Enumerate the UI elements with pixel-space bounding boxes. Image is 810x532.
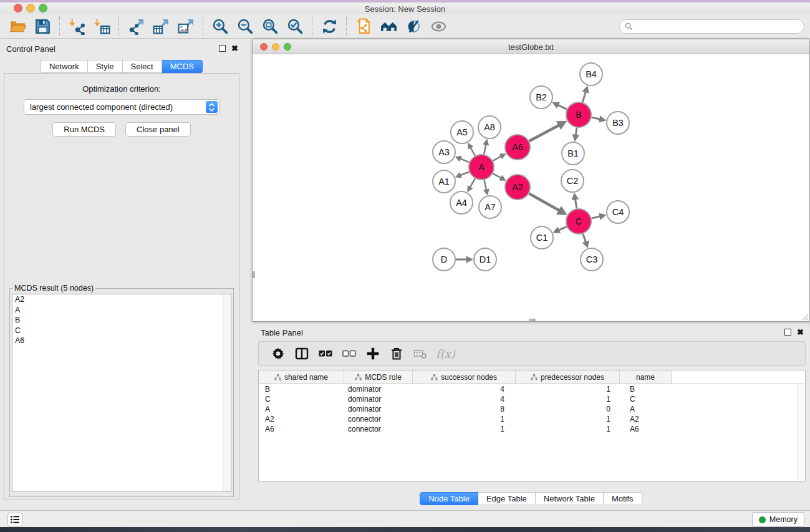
table-cell[interactable]: dominator xyxy=(344,384,413,394)
memory-button[interactable]: Memory xyxy=(752,512,804,527)
table-cell[interactable]: C xyxy=(259,394,344,404)
edge-C-C2[interactable] xyxy=(575,199,576,208)
table-settings-button[interactable] xyxy=(266,342,290,365)
tab-style[interactable]: Style xyxy=(88,60,123,73)
table-cell[interactable]: C xyxy=(620,394,672,404)
table-row[interactable]: A2connector11A2 xyxy=(259,414,805,424)
export-network-button[interactable] xyxy=(123,16,148,37)
hide-selected-button[interactable] xyxy=(401,16,426,37)
mcds-result-item[interactable]: B xyxy=(12,315,231,326)
create-column-button[interactable] xyxy=(361,342,385,365)
table-cell[interactable]: 4 xyxy=(413,384,516,394)
table-cell[interactable]: A6 xyxy=(620,424,672,434)
run-mcds-button[interactable]: Run MCDS xyxy=(52,122,116,137)
mcds-result-item[interactable]: C xyxy=(12,326,231,336)
edge-A-A2[interactable] xyxy=(493,173,501,178)
table-scrollbar[interactable] xyxy=(798,384,805,481)
tab-mcds[interactable]: MCDS xyxy=(162,60,203,73)
edge-B-B2[interactable] xyxy=(558,105,567,109)
window-resize-grip[interactable] xyxy=(800,312,809,321)
edge-B-B4[interactable] xyxy=(582,92,586,102)
table-cell[interactable]: dominator xyxy=(344,394,413,404)
network-canvas[interactable]: AA1A2A3A4A5A6A7A8BB1B2B3B4CC1C2C3C4DD1 xyxy=(253,54,809,321)
table-cell[interactable]: 1 xyxy=(516,424,620,434)
tab-node-table[interactable]: Node Table xyxy=(420,492,478,505)
table-cell[interactable]: 1 xyxy=(413,424,516,434)
zoom-fit-button[interactable] xyxy=(258,16,282,37)
table-cell[interactable]: dominator xyxy=(344,404,413,414)
edge-B-B3[interactable] xyxy=(592,117,600,119)
network-graph[interactable]: AA1A2A3A4A5A6A7A8BB1B2B3B4CC1C2C3C4DD1 xyxy=(253,54,809,321)
zoom-out-button[interactable] xyxy=(233,16,258,37)
table-row[interactable]: Bdominator41B xyxy=(259,384,805,394)
new-network-from-selection-button[interactable] xyxy=(351,16,376,37)
table-cell[interactable]: 1 xyxy=(516,384,620,394)
show-columns-button[interactable] xyxy=(290,342,314,365)
open-session-button[interactable] xyxy=(5,16,30,37)
table-cell[interactable]: 1 xyxy=(413,414,516,424)
close-panel-icon[interactable]: ✖ xyxy=(797,329,804,336)
edge-A-A5[interactable] xyxy=(471,147,475,155)
export-table-button[interactable] xyxy=(148,16,173,37)
column-header-successor-nodes[interactable]: successor nodes xyxy=(413,370,516,384)
zoom-selected-button[interactable] xyxy=(282,16,307,37)
edge-A-A1[interactable] xyxy=(460,172,469,175)
column-header-MCDS-role[interactable]: MCDS role xyxy=(344,370,413,384)
table-cell[interactable]: A2 xyxy=(620,414,672,424)
table-cell[interactable]: B xyxy=(259,384,344,394)
mcds-result-item[interactable]: A2 xyxy=(12,294,231,305)
mcds-list-scrollbar[interactable] xyxy=(223,294,231,491)
table-cell[interactable]: 1 xyxy=(516,394,620,404)
search-input[interactable] xyxy=(633,22,804,31)
edge-C-C4[interactable] xyxy=(591,216,600,218)
edge-C-C3[interactable] xyxy=(583,234,586,242)
apply-layout-button[interactable] xyxy=(317,16,342,37)
edge-B-B1[interactable] xyxy=(576,128,577,135)
table-cell[interactable]: A xyxy=(259,404,344,414)
save-session-button[interactable] xyxy=(30,16,55,37)
import-network-button[interactable] xyxy=(64,16,89,37)
close-panel-icon[interactable]: ✖ xyxy=(231,45,238,52)
show-hide-panels-button[interactable] xyxy=(376,16,401,37)
canvas-vscroll-thumb[interactable] xyxy=(253,271,255,278)
zoom-in-button[interactable] xyxy=(208,16,233,37)
edge-A-A4[interactable] xyxy=(470,178,475,187)
mcds-result-item[interactable]: A6 xyxy=(12,336,231,346)
edge-C-C1[interactable] xyxy=(559,226,567,230)
tab-edge-table[interactable]: Edge Table xyxy=(478,492,536,505)
table-cell[interactable]: B xyxy=(620,384,672,394)
table-row[interactable]: Adominator80A xyxy=(259,404,805,414)
delete-table-button[interactable] xyxy=(408,342,432,365)
tab-motifs[interactable]: Motifs xyxy=(604,492,642,505)
table-cell[interactable]: 4 xyxy=(413,394,516,404)
table-cell[interactable]: 0 xyxy=(516,404,620,414)
edge-A-A6[interactable] xyxy=(493,156,501,160)
network-window-titlebar[interactable]: testGlobe.txt xyxy=(253,39,809,54)
edge-A-A7[interactable] xyxy=(484,180,486,190)
mcds-result-item[interactable]: A xyxy=(12,305,231,316)
tab-select[interactable]: Select xyxy=(123,60,162,73)
canvas-hscroll-thumb[interactable] xyxy=(529,319,536,321)
float-panel-icon[interactable] xyxy=(219,45,226,52)
table-cell[interactable]: 1 xyxy=(516,414,620,424)
column-header-predecessor-nodes[interactable]: predecessor nodes xyxy=(516,370,620,384)
table-row[interactable]: Cdominator41C xyxy=(259,394,805,404)
table-cell[interactable]: connector xyxy=(344,414,413,424)
export-image-button[interactable] xyxy=(173,16,198,37)
import-table-button[interactable] xyxy=(89,16,114,37)
select-all-columns-button[interactable] xyxy=(314,342,337,365)
edge-A6-B[interactable] xyxy=(529,125,559,141)
edge-A2-C[interactable] xyxy=(529,193,559,210)
task-history-button[interactable] xyxy=(7,513,22,526)
table-cell[interactable]: 8 xyxy=(413,404,516,414)
tab-network-table[interactable]: Network Table xyxy=(536,492,604,505)
delete-columns-button[interactable] xyxy=(385,342,408,365)
float-panel-icon[interactable] xyxy=(784,329,791,336)
table-cell[interactable]: connector xyxy=(344,424,413,434)
edge-A-A3[interactable] xyxy=(460,158,470,162)
column-header-shared-name[interactable]: shared name xyxy=(259,370,344,384)
show-graphics-details-button[interactable] xyxy=(426,16,451,37)
tab-network[interactable]: Network xyxy=(41,60,88,73)
criterion-dropdown[interactable]: largest connected component (directed) xyxy=(24,99,219,115)
table-cell[interactable]: A6 xyxy=(259,424,344,434)
